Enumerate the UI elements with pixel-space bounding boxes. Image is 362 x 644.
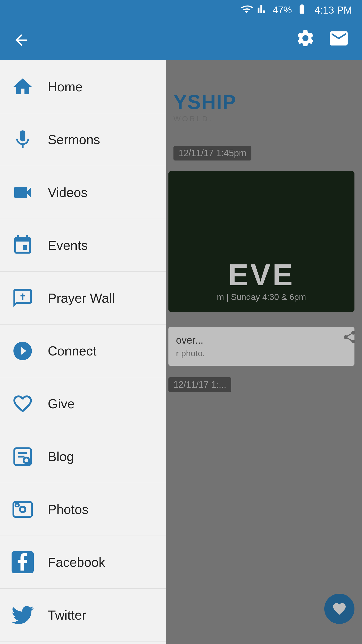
- sidebar-label-home: Home: [48, 79, 83, 94]
- sidebar-label-give: Give: [48, 396, 75, 411]
- sidebar-label-events: Events: [48, 238, 88, 253]
- battery-icon: [296, 4, 307, 17]
- bg-share-section: over... r photo.: [168, 327, 354, 366]
- sidebar-item-connect[interactable]: Connect: [0, 325, 166, 377]
- sidebar-item-give[interactable]: Give: [0, 377, 166, 430]
- sidebar-item-sermons[interactable]: Sermons: [0, 113, 166, 166]
- connect-icon: [10, 338, 35, 364]
- signal-icon: [257, 4, 268, 17]
- sidebar-label-videos: Videos: [48, 185, 87, 200]
- bg-card-subtitle: m | Sunday 4:30 & 6pm: [217, 292, 306, 302]
- sidebar-item-videos[interactable]: Videos: [0, 166, 166, 219]
- video-icon: [10, 180, 35, 205]
- sidebar-item-home[interactable]: Home: [0, 60, 166, 113]
- sidebar-menu: Home Sermons Videos Events: [0, 60, 166, 644]
- bg-share-icon: [342, 330, 357, 348]
- microphone-icon: [10, 127, 35, 152]
- bg-timestamp-2: 12/11/17 1:...: [168, 377, 231, 392]
- mail-button[interactable]: [328, 28, 349, 53]
- svg-point-7: [20, 507, 25, 512]
- sidebar-label-twitter: Twitter: [48, 608, 86, 623]
- sidebar-item-photos[interactable]: Photos: [0, 483, 166, 536]
- sidebar-label-photos: Photos: [48, 502, 88, 517]
- sidebar-item-twitter[interactable]: Twitter: [0, 589, 166, 641]
- fab-heart-button[interactable]: [324, 594, 354, 624]
- sidebar-item-prayer-wall[interactable]: ✝ Prayer Wall: [0, 272, 166, 325]
- bg-church-subtitle: WORLD.: [173, 114, 213, 123]
- prayer-icon: ✝: [10, 286, 35, 311]
- blog-icon: [10, 444, 35, 469]
- wifi-icon: [241, 3, 253, 17]
- time-display: 4:13 PM: [314, 5, 352, 16]
- sidebar-label-blog: Blog: [48, 449, 74, 464]
- status-bar: 47% 4:13 PM: [0, 0, 362, 20]
- calendar-icon: [10, 233, 35, 258]
- sidebar-label-sermons: Sermons: [48, 132, 100, 147]
- facebook-icon: [10, 550, 35, 575]
- back-button[interactable]: [13, 31, 30, 49]
- bg-card-title: EVE: [228, 257, 295, 292]
- sidebar-label-facebook: Facebook: [48, 555, 105, 570]
- toolbar-right: [295, 28, 349, 53]
- main-layout: Home Sermons Videos Events: [0, 60, 362, 644]
- sidebar-item-blog[interactable]: Blog: [0, 430, 166, 483]
- bg-share-text: over...: [176, 335, 347, 346]
- bg-church-name: YSHIP: [173, 91, 236, 114]
- svg-point-4: [24, 457, 29, 463]
- home-icon: [10, 74, 35, 99]
- svg-rect-8: [15, 504, 19, 507]
- sidebar-item-facebook[interactable]: Facebook: [0, 536, 166, 589]
- sidebar-label-prayer-wall: Prayer Wall: [48, 291, 115, 306]
- svg-text:✝: ✝: [19, 292, 26, 302]
- toolbar: [0, 20, 362, 60]
- sidebar-label-connect: Connect: [48, 343, 97, 358]
- background-content: YSHIP WORLD. 12/11/17 1:45pm EVE m | Sun…: [166, 60, 362, 644]
- bg-event-card: EVE m | Sunday 4:30 & 6pm: [168, 171, 354, 312]
- settings-button[interactable]: [295, 28, 315, 52]
- bg-timestamp-1: 12/11/17 1:45pm: [173, 146, 251, 160]
- heart-outline-icon: [10, 391, 35, 416]
- battery-text: 47%: [273, 5, 292, 16]
- twitter-icon: [10, 602, 35, 628]
- sidebar-item-events[interactable]: Events: [0, 219, 166, 272]
- photos-icon: [10, 497, 35, 522]
- status-icons: 47% 4:13 PM: [241, 3, 352, 17]
- bg-share-subtext: r photo.: [176, 348, 347, 358]
